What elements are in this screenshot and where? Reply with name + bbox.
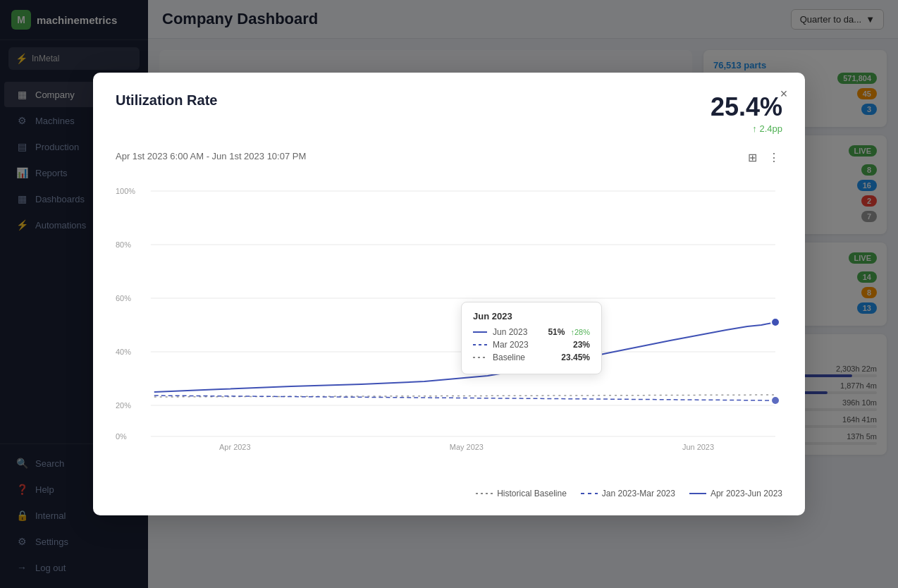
utilization-chart: 100% 80% 60% 40% 20% 0% Apr 2023 May 202… (116, 185, 782, 453)
tooltip-val-1: 51% (548, 327, 565, 337)
svg-text:40%: 40% (116, 348, 131, 356)
svg-text:May 2023: May 2023 (450, 443, 484, 451)
tooltip-label-3: Baseline (493, 353, 555, 362)
legend-baseline-label: Historical Baseline (497, 489, 567, 498)
svg-point-17 (771, 318, 780, 326)
modal-subtitle: Apr 1st 2023 6:00 AM - Jun 1st 2023 10:0… (116, 151, 306, 161)
modal-toolbar: ⊞ ⋮ (745, 148, 782, 167)
svg-text:100%: 100% (116, 187, 135, 195)
tooltip-val-2: 23% (573, 340, 590, 350)
tooltip-val-3: 23.45% (561, 353, 590, 362)
modal-close-button[interactable]: × (774, 84, 794, 104)
tooltip-row-3: Baseline 23.45% (473, 353, 590, 362)
modal-title: Utilization Rate (116, 92, 217, 109)
svg-text:80%: 80% (116, 240, 131, 249)
more-options-button[interactable]: ⋮ (765, 148, 782, 167)
modal-big-number: 25.4% (711, 92, 782, 122)
legend-jan-mar: Jan 2023-Mar 2023 (581, 489, 675, 498)
svg-text:0%: 0% (116, 432, 127, 441)
chart-wrapper: 100% 80% 60% 40% 20% 0% Apr 2023 May 202… (116, 185, 782, 482)
tooltip-title: Jun 2023 (473, 311, 590, 321)
legend-apr-jun: Apr 2023-Jun 2023 (689, 489, 782, 498)
grid-view-button[interactable]: ⊞ (745, 148, 760, 167)
modal-overlay[interactable]: × Utilization Rate 25.4% ↑ 2.4pp Apr 1st… (0, 0, 898, 588)
tooltip-line-dotted (473, 357, 487, 358)
jan-mar-line-icon (581, 493, 598, 494)
baseline-line-icon (476, 493, 493, 494)
tooltip-row-2: Mar 2023 23% (473, 340, 590, 350)
apr-jun-line-icon (689, 493, 706, 494)
tooltip-delta-1: ↑28% (570, 328, 590, 336)
tooltip-label-1: Jun 2023 (493, 327, 542, 337)
tooltip-line-dashed (473, 344, 487, 345)
svg-text:Apr 2023: Apr 2023 (219, 443, 250, 451)
utilization-modal: × Utilization Rate 25.4% ↑ 2.4pp Apr 1st… (93, 73, 805, 515)
chart-tooltip: Jun 2023 Jun 2023 51% ↑28% Mar 2023 23% … (461, 302, 602, 374)
svg-text:Jun 2023: Jun 2023 (682, 443, 714, 451)
tooltip-row-1: Jun 2023 51% ↑28% (473, 327, 590, 337)
tooltip-line-solid (473, 331, 487, 333)
svg-point-18 (771, 396, 780, 405)
modal-delta: ↑ 2.4pp (711, 123, 782, 134)
chart-legend: Historical Baseline Jan 2023-Mar 2023 Ap… (116, 489, 782, 498)
svg-text:60%: 60% (116, 294, 131, 302)
legend-jan-mar-label: Jan 2023-Mar 2023 (602, 489, 675, 498)
legend-apr-jun-label: Apr 2023-Jun 2023 (711, 489, 782, 498)
legend-baseline: Historical Baseline (476, 489, 567, 498)
svg-text:20%: 20% (116, 401, 131, 410)
modal-header: Utilization Rate 25.4% ↑ 2.4pp (116, 92, 782, 134)
modal-metric: 25.4% ↑ 2.4pp (711, 92, 782, 134)
tooltip-label-2: Mar 2023 (493, 340, 567, 350)
